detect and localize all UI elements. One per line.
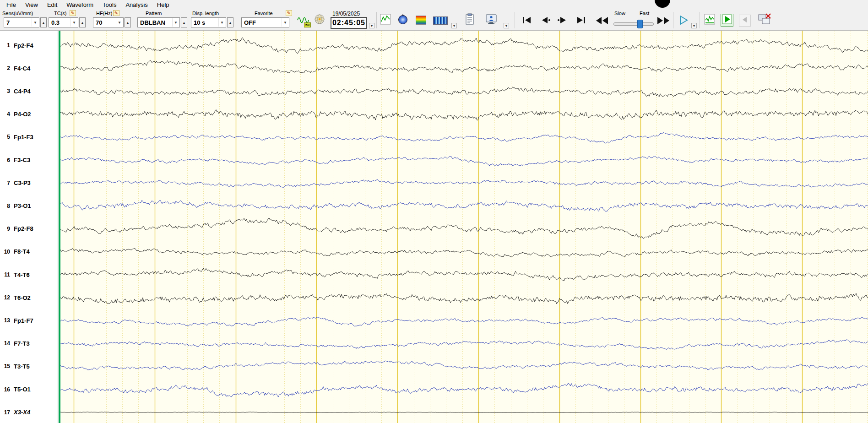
menu-help[interactable]: Help [152,1,174,9]
menu-view[interactable]: View [21,1,43,9]
tc-combobox[interactable]: 0.3 ▼ [49,17,78,27]
speed-slider-track[interactable] [613,22,654,26]
play-button[interactable] [677,15,690,27]
channel-row[interactable]: 13Fp1-F7 [0,316,58,325]
menu-bar: File View Edit Waveform Tools Analysis H… [0,0,868,9]
video-camera-icon [485,13,497,27]
channel-row[interactable]: 17X3-X4 [0,408,58,417]
photic-button[interactable] [313,14,326,27]
page-back-button[interactable] [539,15,552,27]
chevron-down-icon[interactable]: ▼ [218,18,225,27]
channel-row[interactable]: 9Fp2-F8 [0,225,58,233]
overview-chart-icon [704,14,715,27]
skip-to-end-button[interactable] [574,15,588,27]
channel-label: F4-C4 [14,65,30,72]
more-options-button[interactable]: ▾ [691,23,697,28]
skip-start-icon [521,16,532,27]
tc-edit-pencil-icon[interactable]: ✎ [70,10,76,16]
channel-number: 14 [0,340,10,347]
current-date: 19/05/2025 [332,11,360,17]
tc-spinner-up[interactable]: ▲ [79,17,86,27]
sens-combobox[interactable]: 7 ▼ [4,17,39,27]
toolbar-separator [515,12,515,28]
channel-row[interactable]: 6F3-C3 [0,156,58,164]
menu-file[interactable]: File [2,1,21,9]
chevron-down-icon[interactable]: ▼ [32,18,38,27]
sens-label: Sens(uV/mm) [2,11,33,16]
menu-edit[interactable]: Edit [43,1,62,9]
hf-combobox[interactable]: 70 ▼ [93,17,124,27]
auto-play-icon [722,14,732,26]
pattern-combobox[interactable]: DBLBAN ▼ [137,17,180,27]
fast-forward-button[interactable] [656,16,671,27]
current-time: 02:45:05 [331,17,367,29]
rewind-button[interactable] [594,16,610,27]
skip-to-start-button[interactable] [520,15,534,27]
report-button[interactable] [463,13,476,27]
hf-edit-pencil-icon[interactable]: ✎ [113,10,119,16]
channel-label-column: 1Fp2-F42F4-C43C4-P44P4-O25Fp1-F36F3-C37C… [0,31,58,423]
menu-analysis[interactable]: Analysis [121,1,152,9]
channel-row[interactable]: 3C4-P4 [0,87,58,95]
favorite-edit-pencil-icon[interactable]: ✎ [286,10,292,16]
prev-event-button[interactable] [739,15,751,27]
trend-chart-button[interactable] [379,14,392,27]
menu-tools[interactable]: Tools [98,1,121,9]
notch-filter-button[interactable]: 50 [296,13,310,27]
channel-row[interactable]: 12T6-O2 [0,293,58,302]
channel-row[interactable]: 5Fp1-F3 [0,133,58,141]
channel-row[interactable]: 2F4-C4 [0,64,58,72]
channel-number: 5 [0,134,10,140]
pattern-spinner-up[interactable]: ▲ [181,17,187,27]
channel-number: 2 [0,65,10,71]
disp-length-combobox[interactable]: 10 s ▼ [191,17,226,27]
disp-length-spinner-up[interactable]: ▲ [227,17,233,27]
channel-number: 1 [0,42,10,49]
channel-number: 16 [0,386,10,393]
chevron-down-icon[interactable]: ▼ [71,18,77,27]
hf-spinner-up[interactable]: ▲ [125,17,131,27]
channel-row[interactable]: 14F7-T3 [0,339,58,347]
channel-row[interactable]: 15T3-T5 [0,362,58,370]
channel-label: F3-C3 [14,157,30,163]
more-options-button[interactable]: ▾ [504,23,509,28]
channel-row[interactable]: 4P4-O2 [0,110,58,118]
color-map-icon [416,16,426,25]
skip-end-icon [575,16,586,27]
sens-spinner-up[interactable]: ▲ [40,17,47,27]
auto-play-button[interactable] [721,14,733,27]
favorite-combobox[interactable]: OFF ▼ [241,17,289,27]
channel-number: 12 [0,294,10,301]
channel-row[interactable]: 10F8-T4 [0,248,58,256]
channel-row[interactable]: 1Fp2-F4 [0,41,58,49]
channel-row[interactable]: 7C3-P3 [0,179,58,187]
overview-chart-button[interactable] [703,14,716,27]
speed-fast-label: Fast [640,11,649,16]
channel-number: 15 [0,363,10,369]
video-camera-button[interactable] [484,13,498,27]
dsa-bars-button[interactable] [432,15,449,26]
channel-row[interactable]: 16T5-O1 [0,385,58,394]
toolbar-separator [376,12,377,28]
channel-number: 17 [0,409,10,416]
eeg-waveform-canvas[interactable] [59,31,868,423]
channel-label: P3-O1 [14,202,31,209]
menu-waveform[interactable]: Waveform [62,1,98,9]
chevron-down-icon[interactable]: ▼ [282,18,288,27]
channel-label: C4-P4 [14,88,31,95]
channel-number: 13 [0,317,10,324]
page-forward-button[interactable] [556,15,569,27]
speed-slider-thumb[interactable] [637,20,643,28]
close-tool-button[interactable] [756,13,773,27]
chevron-down-icon[interactable]: ▼ [116,18,123,27]
more-options-button[interactable]: ▾ [451,23,457,28]
head-map-button[interactable] [396,14,409,27]
color-map-button[interactable] [414,14,427,26]
channel-row[interactable]: 8P3-O1 [0,202,58,210]
toolbar-separator [700,12,700,28]
head-map-icon [397,14,408,27]
more-options-button[interactable]: ▾ [369,23,374,28]
channel-row[interactable]: 11T4-T6 [0,271,58,279]
notch-frequency-badge: 50 [304,22,311,27]
chevron-down-icon[interactable]: ▼ [172,18,179,27]
